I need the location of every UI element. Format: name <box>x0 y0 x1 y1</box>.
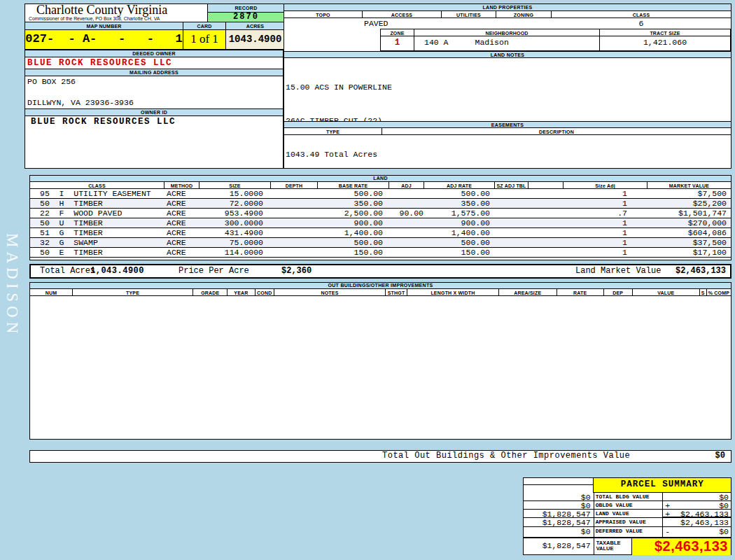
land-col-size-adj: Size Adj <box>563 182 647 188</box>
land-cell-method: ACRE <box>164 248 199 257</box>
ob-col-length-width: LENGTH X WIDTH <box>407 289 498 295</box>
county-title: Charlotte County Virginia <box>25 4 207 16</box>
neighborhood-code: 140 A <box>424 38 449 47</box>
access-label: ACCESS <box>363 11 442 18</box>
land-row: 51 G TIMBERACRE431.49001,400.001,400.001… <box>30 228 731 238</box>
deeded-owner-value: BLUE ROCK RESOURCES LLC <box>25 58 283 69</box>
land-cell-base-rate: 150.00 <box>317 248 388 257</box>
price-per-acre-value: $2,360 <box>281 265 312 277</box>
header-panel: Charlotte County Virginia Commissioner o… <box>24 4 284 169</box>
summary-prior-value: $1,828,547 <box>524 518 594 526</box>
summary-row-appraised: $1,828,547 APPRAISED VALUE $2,463,133 <box>524 518 731 527</box>
land-cell-base-rate: 2,500.00 <box>317 209 388 218</box>
acres-label: ACRES <box>226 22 284 29</box>
land-col-depth: DEPTH <box>270 182 317 188</box>
mailing-address-line2: DILLWYN, VA 23936-3936 <box>27 98 283 107</box>
summary-row-label: LAND VALUE <box>594 510 664 517</box>
zoning-label: ZONING <box>496 11 552 18</box>
taxable-label-line2: VALUE <box>596 546 632 552</box>
land-cell-method: ACRE <box>164 199 199 208</box>
map-value-row: 027- - A- - - 1 1 of 1 1043.4900 <box>25 30 284 50</box>
land-market-value-label: Land Market Value <box>575 265 661 277</box>
summary-row-value: $0 <box>663 493 731 500</box>
land-cell-base-rate: 500.00 <box>317 189 388 198</box>
land-cell-spacer <box>528 199 563 208</box>
land-cell-size: 114.0000 <box>199 248 270 257</box>
land-cell-market-value: $37,500 <box>647 238 731 247</box>
ob-col-pct-comp: % COMP <box>706 289 731 295</box>
summary-row-label: APPRAISED VALUE <box>594 518 664 526</box>
deeded-owner-section-label: DEEDED OWNER <box>25 50 283 57</box>
card-value[interactable]: 1 of 1 <box>183 30 226 49</box>
map-number-value[interactable]: 027- - A- - - 1 <box>25 30 183 49</box>
summary-amount: $2,463,133 <box>680 519 729 527</box>
parcel-summary-header: PARCEL SUMMARY <box>524 478 731 493</box>
county-title-box: Charlotte County Virginia Commissioner o… <box>25 4 208 22</box>
land-cell-size: 431.4900 <box>199 228 270 237</box>
land-col-base-rate: BASE RATE <box>317 182 388 188</box>
land-cell-size: 75.0000 <box>199 238 270 247</box>
zone-header-row: ZONE NEIGHBORHOOD TRACT SIZE <box>381 29 730 36</box>
mailing-address-block: PO BOX 256 DILLWYN, VA 23936-3936 <box>25 77 283 107</box>
land-cell-base-rate: 500.00 <box>317 238 388 247</box>
land-cell-market-value: $604,086 <box>647 228 731 237</box>
land-cell-adj <box>388 189 424 198</box>
land-cell-depth <box>270 199 317 208</box>
easement-type-label: TYPE <box>284 128 382 134</box>
map-header-row: MAP NUMBER CARD ACRES <box>25 22 284 30</box>
land-notes-section-label: LAND NOTES <box>284 51 731 58</box>
topo-label: TOPO <box>284 11 363 18</box>
land-cell-adj <box>388 218 424 227</box>
summary-row-label: TOTAL BLDG VALUE <box>594 493 664 500</box>
land-cell-sz-adj-tbl <box>494 218 528 227</box>
land-cell-market-value: $1,501,747 <box>647 209 731 218</box>
mailing-address-section-label: MAILING ADDRESS <box>25 69 283 76</box>
land-cell-method: ACRE <box>164 209 199 218</box>
summary-row-value: -$0 <box>663 527 731 537</box>
owner-id-value: BLUE ROCK RESOURCES LLC <box>25 117 283 127</box>
land-cell-size-adj: 1 <box>563 228 647 237</box>
ob-col-sthgt: STHGT <box>385 289 407 295</box>
land-cell-size-adj: 1 <box>563 189 647 198</box>
land-cell-adj <box>388 248 424 257</box>
zone-label: ZONE <box>381 29 414 36</box>
land-cell-sz-adj-tbl <box>494 189 528 198</box>
land-cell-size: 15.0000 <box>199 189 270 198</box>
land-cell-size-adj: 1 <box>563 238 647 247</box>
summary-op: + <box>665 510 670 519</box>
land-cell-market-value: $270,000 <box>647 218 731 227</box>
land-row: 32 G SWAMPACRE75.0000500.00500.001$37,50… <box>30 238 731 248</box>
summary-amount: $0 <box>719 528 729 536</box>
land-col-adj: ADJ <box>388 182 424 188</box>
land-cell-sz-adj-tbl <box>494 238 528 247</box>
neighborhood-label: NEIGHBORHOOD <box>414 29 600 36</box>
acres-value: 1043.4900 <box>226 30 284 49</box>
card-label: CARD <box>183 22 226 29</box>
zone-value-row: 1 140 AMadison 1,421.060 <box>381 36 730 50</box>
record-box: RECORD 2870 <box>208 4 284 22</box>
summary-row-taxable: $1,828,547 TAXABLE VALUE $2,463,133 <box>524 538 731 555</box>
ob-col-value: VALUE <box>632 289 699 295</box>
land-cell-base-rate: 900.00 <box>317 218 388 227</box>
summary-row-obldg: $0 OBLDG VALUE +$0 <box>524 501 731 510</box>
taxable-value-label: TAXABLE VALUE <box>594 538 633 555</box>
land-row: 22 F WOOD PAVEDACRE953.49002,500.0090.00… <box>30 209 731 218</box>
land-cell-depth <box>270 238 317 247</box>
land-market-value: $2,463,133 <box>676 265 726 277</box>
land-cell-size: 72.0000 <box>199 199 270 208</box>
land-cell-adj-rate: 1,400.00 <box>424 228 494 237</box>
land-row: 50 E TIMBERACRE114.0000150.00150.001$17,… <box>30 248 731 258</box>
land-cell-market-value: $17,100 <box>647 248 731 257</box>
utilities-label: UTILITIES <box>442 11 496 18</box>
land-col-market-value: MARKET VALUE <box>647 182 731 188</box>
land-cell-class: 22 F WOOD PAVED <box>30 209 164 218</box>
land-cell-class: 50 E TIMBER <box>30 248 164 257</box>
summary-prior-value: $0 <box>524 493 594 500</box>
land-cell-spacer <box>528 189 563 198</box>
land-cell-adj-rate: 500.00 <box>424 189 494 198</box>
land-row: 95 I UTILITY EASEMENTACRE15.0000500.0050… <box>30 189 731 199</box>
land-properties-section-label: LAND PROPERTIES <box>284 4 731 11</box>
ob-col-rate: RATE <box>556 289 603 295</box>
class-label: CLASS <box>552 11 731 18</box>
land-cell-class: 50 U TIMBER <box>30 218 164 227</box>
